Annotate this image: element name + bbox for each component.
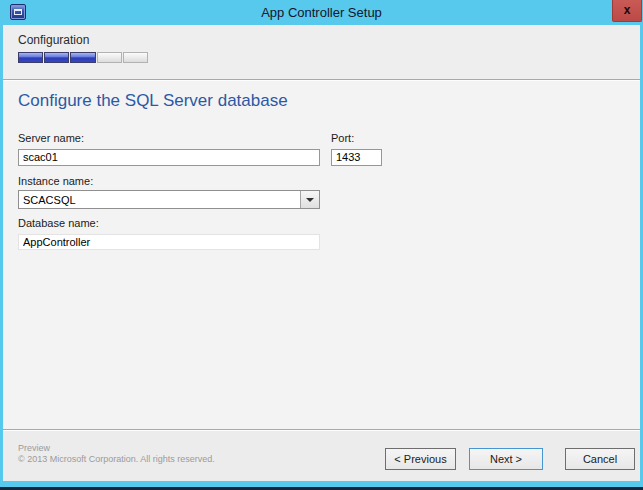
server-name-field-group: Server name: [18, 132, 320, 166]
database-name-field-group: Database name: [18, 217, 320, 250]
next-button[interactable]: Next > [469, 448, 543, 470]
setup-wizard-window: App Controller Setup x Configuration Con… [0, 0, 643, 490]
instance-name-combobox[interactable]: SCACSQL [18, 190, 320, 209]
step-label: Configuration [18, 33, 89, 47]
progress-segment [70, 52, 95, 63]
window-title: App Controller Setup [0, 0, 643, 25]
server-name-label: Server name: [18, 132, 320, 144]
progress-segment [97, 52, 122, 63]
footer-bar: Preview © 2013 Microsoft Corporation. Al… [3, 431, 640, 481]
server-name-input[interactable] [18, 149, 320, 166]
cancel-button[interactable]: Cancel [565, 448, 635, 470]
progress-segment [123, 52, 148, 63]
progress-segment [44, 52, 69, 63]
database-name-label: Database name: [18, 217, 320, 229]
progress-segment [18, 52, 43, 63]
previous-button[interactable]: < Previous [385, 448, 456, 470]
wizard-step-header: Configuration [3, 25, 640, 79]
port-field-group: Port: [331, 132, 382, 166]
port-input[interactable] [331, 149, 382, 166]
page-title: Configure the SQL Server database [18, 91, 288, 111]
dialog-body: Configuration Configure the SQL Server d… [3, 25, 640, 481]
title-bar: App Controller Setup x [0, 0, 643, 25]
page-content: Configure the SQL Server database Server… [3, 81, 640, 429]
progress-bar [18, 52, 148, 63]
preview-label: Preview [18, 443, 215, 454]
instance-name-label: Instance name: [18, 175, 320, 187]
instance-name-field-group: Instance name: SCACSQL [18, 175, 320, 209]
chevron-down-icon [306, 198, 314, 202]
copyright-text: © 2013 Microsoft Corporation. All rights… [18, 454, 215, 465]
legal-text: Preview © 2013 Microsoft Corporation. Al… [18, 443, 215, 465]
instance-name-value: SCACSQL [19, 191, 300, 208]
combobox-dropdown-button[interactable] [300, 191, 319, 208]
port-label: Port: [331, 132, 382, 144]
close-button[interactable]: x [612, 0, 642, 22]
database-name-input[interactable] [18, 234, 320, 250]
